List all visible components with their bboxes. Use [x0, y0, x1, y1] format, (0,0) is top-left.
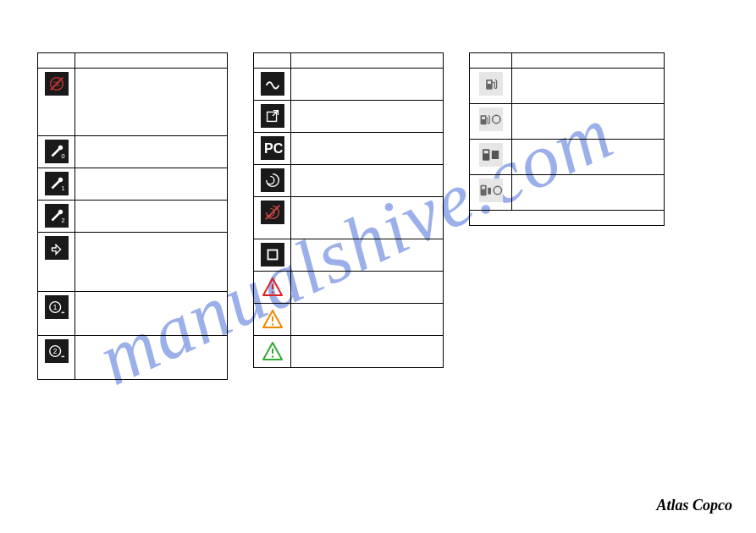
swirl-off-icon [261, 201, 284, 224]
icon-table-1: 0 1 2 1 2 [37, 52, 228, 380]
svg-point-11 [63, 356, 64, 358]
circle-2-icon: 2 [45, 339, 69, 363]
brand-logo: Atlas Copco [656, 497, 732, 514]
svg-point-25 [492, 115, 499, 123]
svg-text:2: 2 [61, 217, 64, 224]
svg-point-6 [61, 312, 63, 314]
t1-r2-desc [75, 168, 228, 201]
svg-rect-24 [482, 117, 485, 119]
svg-point-7 [63, 312, 64, 314]
svg-text:0: 0 [61, 152, 64, 160]
t2-hdr-desc [291, 53, 444, 69]
warning-green-icon [261, 339, 284, 363]
svg-text:1: 1 [61, 184, 64, 192]
t2-hdr-icon [254, 53, 291, 69]
pc-icon: PC [261, 136, 284, 160]
svg-point-20 [271, 355, 273, 357]
svg-rect-14 [268, 250, 277, 260]
icon-table-2: PC [253, 52, 444, 368]
t3-r0-desc [512, 69, 665, 104]
svg-text:PC: PC [264, 141, 283, 156]
svg-rect-30 [482, 186, 485, 189]
warning-red-icon [261, 275, 284, 299]
external-icon [261, 104, 284, 128]
icon-table-3 [469, 52, 665, 226]
svg-point-10 [61, 356, 63, 358]
svg-text:2: 2 [52, 348, 57, 355]
port-icon [261, 243, 284, 266]
t3-r2-desc [512, 140, 665, 175]
t2-r4-desc [291, 197, 444, 239]
wrench-2-icon: 2 [45, 204, 69, 228]
swirl-icon [261, 168, 284, 192]
wave-icon [261, 72, 284, 96]
svg-rect-28 [491, 151, 498, 159]
t1-r1-desc [75, 136, 228, 168]
t3-hdr-icon [470, 53, 512, 69]
t1-hdr-desc [75, 53, 228, 69]
fuel-circle-icon [479, 107, 503, 131]
svg-rect-31 [488, 188, 491, 195]
t2-r6-desc [291, 272, 444, 304]
svg-point-32 [494, 186, 501, 194]
svg-rect-22 [487, 81, 490, 84]
t3-r3-desc [512, 175, 665, 211]
t1-r3-desc [75, 201, 228, 233]
svg-rect-27 [483, 151, 488, 153]
wrench-0-icon: 0 [45, 140, 69, 163]
t3-footer [470, 211, 665, 226]
t2-r0-desc [291, 69, 444, 101]
t3-r1-desc [512, 104, 665, 140]
cylinder-circle-icon [479, 179, 503, 202]
t1-r0-desc [75, 69, 228, 136]
t1-hdr-icon [38, 53, 75, 69]
t1-r6-desc [75, 336, 228, 380]
wrench-1-icon: 1 [45, 172, 69, 195]
t1-r4-desc [75, 233, 228, 292]
tables-container: 0 1 2 1 2 PC [37, 52, 665, 380]
circle-1-icon: 1 [45, 295, 69, 319]
t2-r5-desc [291, 239, 444, 272]
svg-point-18 [271, 323, 273, 325]
svg-point-16 [271, 291, 273, 293]
t2-r7-desc [291, 304, 444, 336]
t2-r3-desc [291, 165, 444, 197]
no-generator-icon [45, 72, 69, 96]
t2-r2-desc [291, 133, 444, 165]
arrow-loop-icon [45, 236, 69, 260]
fuel-icon [479, 72, 503, 96]
warning-orange-icon [261, 307, 284, 331]
t2-r1-desc [291, 101, 444, 133]
cylinder-dark-icon [479, 143, 503, 167]
t3-hdr-desc [512, 53, 665, 69]
t1-r5-desc [75, 292, 228, 336]
t2-r8-desc [291, 336, 444, 368]
svg-text:1: 1 [52, 304, 57, 311]
